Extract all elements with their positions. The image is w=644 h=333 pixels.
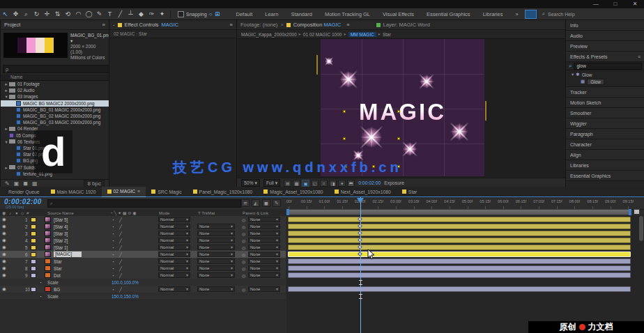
dock-panel-preview[interactable]: Preview — [566, 41, 644, 52]
tool-icon[interactable]: ↻ — [31, 9, 42, 19]
parent-pickwhip-icon[interactable]: ◎ — [242, 231, 245, 236]
workspace-overflow[interactable]: » — [509, 9, 524, 20]
keyframe-handle[interactable] — [343, 137, 346, 140]
grid-icon[interactable]: ⊞ — [215, 10, 220, 17]
quality-switch-icon[interactable]: ◔ — [112, 266, 114, 271]
layer-name[interactable]: Dot — [54, 273, 61, 278]
layer-name[interactable]: [Star 1] — [54, 245, 68, 250]
mode-select[interactable]: Normal▾ — [158, 286, 190, 292]
effect-controls-tab[interactable]: - Effect Controls MAGIC ≡ — [109, 20, 236, 30]
quality-switch-icon[interactable]: ◔ — [112, 252, 114, 257]
parent-select[interactable]: None▾ — [248, 231, 280, 236]
twirl-icon[interactable]: ▾ — [3, 94, 9, 99]
keyframe-handle[interactable] — [397, 110, 400, 113]
parent-pickwhip-icon[interactable]: ◎ — [242, 273, 245, 278]
mode-column-label[interactable]: Mode — [159, 210, 169, 215]
mode-select[interactable]: Normal▾ — [158, 224, 190, 229]
layer-name[interactable]: [MAGIC] — [54, 251, 82, 257]
dock-panel-motion-sketch[interactable]: Motion Sketch — [566, 98, 644, 108]
layer-tab[interactable]: Layer: MAGIC Word — [383, 22, 430, 28]
maximize-button[interactable]: □ — [609, 1, 622, 8]
workspace-item[interactable]: Libraries — [477, 9, 509, 20]
mode-select[interactable]: Normal▾ — [158, 251, 190, 257]
search-help[interactable]: ⌕ Search Help — [542, 10, 575, 17]
layer-name[interactable]: [Star 3] — [54, 231, 68, 236]
layer-label-color[interactable] — [31, 245, 36, 250]
timeline-vertical-scrollbar[interactable] — [639, 216, 643, 241]
time-ruler[interactable]: :00f00:15f01:00f01:15f02:00f02:15f03:00f… — [286, 197, 644, 210]
layer-label-color[interactable] — [31, 238, 36, 243]
parent-select[interactable]: None▾ — [248, 217, 280, 222]
snapping-checkbox[interactable] — [178, 11, 184, 17]
visibility-eye-icon[interactable]: ◉ — [2, 251, 6, 257]
stopwatch-icon[interactable]: ◔ — [39, 294, 42, 299]
project-search-field[interactable]: ρ — [3, 65, 112, 73]
tool-icon[interactable]: ◯ — [84, 9, 94, 19]
project-tree-row[interactable]: MAGIC_BG_03 MAGIC 2000x2000.png — [1, 119, 109, 125]
effect-controls-subtab[interactable]: 02 MAGIC · Star — [109, 30, 236, 38]
twirl-icon[interactable]: ▾ — [3, 139, 9, 144]
parent-select[interactable]: None▾ — [248, 286, 280, 292]
solo-column-icon[interactable]: ● — [15, 210, 18, 215]
dock-panel-smoother[interactable]: Smoother — [566, 108, 644, 118]
twirl-icon[interactable]: ▾ — [572, 72, 574, 77]
dock-panel-wiggler[interactable]: Wiggler — [566, 118, 644, 129]
tool-icon[interactable]: ⟲ — [63, 9, 73, 19]
fx-switch-icon[interactable]: ╱ — [119, 287, 122, 292]
keyframe-ibeam-icon[interactable] — [360, 294, 361, 299]
snapping-control[interactable]: Snapping ⌔ ⊞ — [178, 10, 220, 18]
work-area-end-handle[interactable] — [629, 209, 631, 215]
project-footer-icon[interactable]: ▣ — [14, 180, 20, 187]
dock-panel-paragraph[interactable]: Paragraph — [566, 129, 644, 139]
trkmat-select[interactable]: None▾ — [197, 265, 235, 271]
trkmat-select[interactable]: None▾ — [197, 238, 235, 243]
panel-menu-icon[interactable]: ≡ — [230, 22, 233, 28]
panel-menu-icon[interactable]: ≡ — [638, 54, 641, 59]
visibility-eye-icon[interactable]: ◉ — [2, 286, 6, 292]
panel-menu-icon[interactable]: ≡ — [102, 22, 105, 28]
footage-tab[interactable]: Footage: (none) — [240, 22, 277, 28]
close-button[interactable]: ✕ — [629, 1, 641, 8]
dock-panel-libraries[interactable]: Libraries — [566, 160, 644, 171]
dock-panel-align[interactable]: Align — [566, 150, 644, 160]
trkmat-select[interactable]: None▾ — [197, 245, 235, 250]
effects-search-input[interactable]: glow — [574, 63, 642, 70]
timeline-header-icon[interactable]: ≋ — [241, 199, 250, 207]
layer-name[interactable]: Star — [54, 266, 62, 271]
mode-select[interactable]: Normal▾ — [158, 245, 190, 250]
playhead-line[interactable] — [360, 197, 361, 333]
trkmat-select[interactable]: None▾ — [197, 224, 235, 229]
comp-marker-bin[interactable] — [634, 209, 640, 215]
source-name-column[interactable]: Source Name — [47, 210, 74, 215]
project-footer-icon[interactable]: ✎ — [5, 180, 10, 187]
property-value[interactable]: 100.0,100.0% — [112, 280, 139, 285]
parent-pickwhip-icon[interactable]: ◎ — [242, 217, 245, 222]
timeline-header-icon[interactable]: ◼ — [262, 199, 270, 207]
keyframe-handle[interactable] — [343, 110, 346, 113]
mode-select[interactable]: Normal▾ — [158, 238, 190, 243]
timeline-tab[interactable]: Main MAGIC 1920 — [45, 187, 102, 196]
fx-switch-icon[interactable]: ╱ — [119, 224, 122, 229]
parent-pickwhip-icon[interactable]: ◎ — [242, 252, 245, 257]
fx-switch-icon[interactable]: ╱ — [119, 266, 122, 271]
workspace-active-icon[interactable] — [525, 10, 537, 19]
parent-select[interactable]: None▾ — [248, 272, 280, 278]
dock-panel-effects-presets[interactable]: Effects & Presets≡ — [566, 52, 644, 62]
project-tree-row[interactable]: ▸01 Footage — [1, 81, 109, 87]
playhead-marker[interactable] — [357, 198, 364, 203]
visibility-eye-icon[interactable]: ◉ — [2, 258, 6, 264]
parent-select[interactable]: None▾ — [248, 251, 280, 257]
composition-tab[interactable]: Composition MAGIC — [293, 22, 341, 28]
parent-pickwhip-icon[interactable]: ◎ — [242, 224, 245, 229]
layer-label-color[interactable] — [31, 231, 36, 236]
timeline-search-field[interactable]: ⌕ — [47, 199, 241, 208]
twirl-icon[interactable]: ▸ — [3, 126, 9, 131]
stopwatch-icon[interactable]: ◔ — [39, 280, 42, 285]
trkmat-select[interactable]: None▾ — [197, 286, 235, 292]
layer-duration-bar[interactable] — [288, 272, 631, 278]
fx-switch-icon[interactable]: ╱ — [119, 273, 122, 278]
layer-label-color[interactable] — [31, 287, 36, 292]
dock-panel-tracker[interactable]: Tracker — [566, 87, 644, 98]
timeline-tab[interactable]: 02 MAGIC≡ — [102, 187, 146, 197]
timeline-header-icon[interactable]: ✎ — [273, 199, 281, 207]
